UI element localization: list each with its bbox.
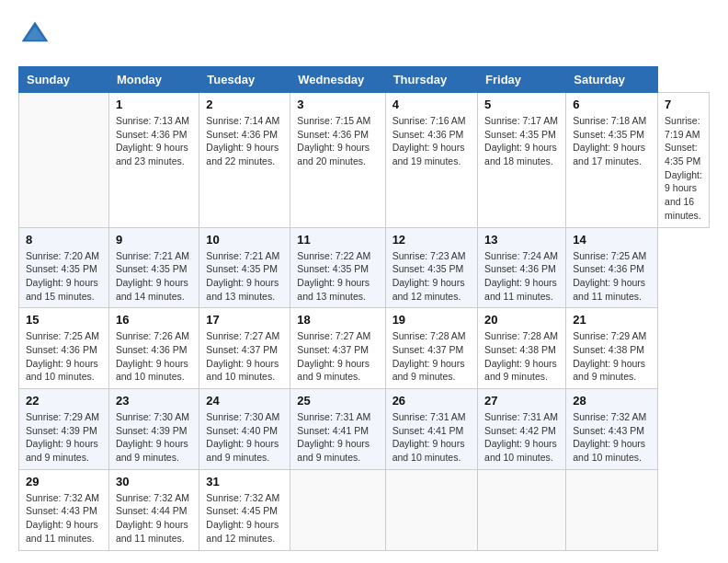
day-number: 1 — [116, 98, 192, 111]
calendar-cell: 10Sunrise: 7:21 AM Sunset: 4:35 PM Dayli… — [199, 227, 290, 308]
day-number: 20 — [484, 313, 559, 327]
calendar-cell: 7Sunrise: 7:19 AM Sunset: 4:35 PM Daylig… — [658, 93, 710, 228]
calendar-cell: 30Sunrise: 7:32 AM Sunset: 4:44 PM Dayli… — [108, 469, 199, 550]
day-info: Sunrise: 7:24 AM Sunset: 4:36 PM Dayligh… — [484, 249, 559, 304]
day-number: 13 — [484, 233, 559, 247]
day-info: Sunrise: 7:26 AM Sunset: 4:36 PM Dayligh… — [116, 329, 192, 384]
day-info: Sunrise: 7:21 AM Sunset: 4:35 PM Dayligh… — [206, 249, 283, 304]
day-number: 2 — [206, 98, 283, 111]
day-info: Sunrise: 7:15 AM Sunset: 4:36 PM Dayligh… — [297, 114, 378, 168]
day-number: 6 — [573, 98, 651, 111]
calendar-header-monday: Monday — [108, 67, 199, 93]
day-info: Sunrise: 7:18 AM Sunset: 4:35 PM Dayligh… — [573, 114, 651, 168]
day-info: Sunrise: 7:31 AM Sunset: 4:41 PM Dayligh… — [392, 410, 471, 465]
calendar-cell: 11Sunrise: 7:22 AM Sunset: 4:35 PM Dayli… — [290, 227, 385, 308]
calendar-week-row: 15Sunrise: 7:25 AM Sunset: 4:36 PM Dayli… — [19, 308, 710, 389]
day-info: Sunrise: 7:25 AM Sunset: 4:36 PM Dayligh… — [26, 329, 102, 384]
calendar-cell: 4Sunrise: 7:16 AM Sunset: 4:36 PM Daylig… — [385, 93, 477, 228]
day-number: 10 — [206, 233, 283, 247]
day-number: 8 — [26, 233, 102, 247]
calendar-cell — [385, 469, 477, 550]
logo-icon — [18, 18, 51, 52]
calendar-cell — [478, 469, 566, 550]
day-number: 12 — [392, 233, 471, 247]
calendar-cell: 12Sunrise: 7:23 AM Sunset: 4:35 PM Dayli… — [385, 227, 477, 308]
day-info: Sunrise: 7:22 AM Sunset: 4:35 PM Dayligh… — [297, 249, 378, 304]
day-number: 27 — [484, 394, 559, 408]
day-info: Sunrise: 7:28 AM Sunset: 4:38 PM Dayligh… — [484, 329, 559, 384]
page-header — [18, 18, 710, 52]
day-number: 4 — [392, 98, 471, 111]
day-info: Sunrise: 7:28 AM Sunset: 4:37 PM Dayligh… — [392, 329, 471, 384]
day-info: Sunrise: 7:14 AM Sunset: 4:36 PM Dayligh… — [206, 114, 283, 168]
calendar-cell: 26Sunrise: 7:31 AM Sunset: 4:41 PM Dayli… — [385, 389, 477, 470]
day-info: Sunrise: 7:31 AM Sunset: 4:42 PM Dayligh… — [484, 410, 559, 465]
calendar-cell: 28Sunrise: 7:32 AM Sunset: 4:43 PM Dayli… — [566, 389, 658, 470]
day-number: 22 — [26, 394, 102, 408]
day-info: Sunrise: 7:32 AM Sunset: 4:45 PM Dayligh… — [206, 491, 283, 546]
day-number: 19 — [392, 313, 471, 327]
calendar-cell — [290, 469, 385, 550]
day-number: 29 — [26, 475, 102, 488]
day-info: Sunrise: 7:32 AM Sunset: 4:44 PM Dayligh… — [116, 491, 192, 546]
day-number: 28 — [573, 394, 651, 408]
calendar-header-thursday: Thursday — [385, 67, 477, 93]
day-number: 15 — [26, 313, 102, 327]
day-number: 24 — [206, 394, 283, 408]
day-info: Sunrise: 7:27 AM Sunset: 4:37 PM Dayligh… — [297, 329, 378, 384]
calendar-cell: 1Sunrise: 7:13 AM Sunset: 4:36 PM Daylig… — [108, 93, 199, 228]
calendar-header-friday: Friday — [478, 67, 566, 93]
day-number: 7 — [665, 98, 702, 111]
calendar-cell: 9Sunrise: 7:21 AM Sunset: 4:35 PM Daylig… — [108, 227, 199, 308]
day-info: Sunrise: 7:17 AM Sunset: 4:35 PM Dayligh… — [484, 114, 559, 168]
day-info: Sunrise: 7:30 AM Sunset: 4:40 PM Dayligh… — [206, 410, 283, 465]
day-number: 3 — [297, 98, 378, 111]
day-info: Sunrise: 7:20 AM Sunset: 4:35 PM Dayligh… — [26, 249, 102, 304]
calendar-cell: 6Sunrise: 7:18 AM Sunset: 4:35 PM Daylig… — [566, 93, 658, 228]
calendar-cell: 15Sunrise: 7:25 AM Sunset: 4:36 PM Dayli… — [19, 308, 109, 389]
day-number: 31 — [206, 475, 283, 488]
calendar-cell: 17Sunrise: 7:27 AM Sunset: 4:37 PM Dayli… — [199, 308, 290, 389]
calendar-header-saturday: Saturday — [566, 67, 658, 93]
day-info: Sunrise: 7:29 AM Sunset: 4:38 PM Dayligh… — [573, 329, 651, 384]
day-info: Sunrise: 7:23 AM Sunset: 4:35 PM Dayligh… — [392, 249, 471, 304]
calendar-cell: 5Sunrise: 7:17 AM Sunset: 4:35 PM Daylig… — [478, 93, 566, 228]
calendar-cell: 21Sunrise: 7:29 AM Sunset: 4:38 PM Dayli… — [566, 308, 658, 389]
day-number: 18 — [297, 313, 378, 327]
day-info: Sunrise: 7:21 AM Sunset: 4:35 PM Dayligh… — [116, 249, 192, 304]
day-number: 21 — [573, 313, 651, 327]
calendar-cell: 18Sunrise: 7:27 AM Sunset: 4:37 PM Dayli… — [290, 308, 385, 389]
calendar-week-row: 29Sunrise: 7:32 AM Sunset: 4:43 PM Dayli… — [19, 469, 710, 550]
day-info: Sunrise: 7:29 AM Sunset: 4:39 PM Dayligh… — [26, 410, 102, 465]
calendar-cell: 22Sunrise: 7:29 AM Sunset: 4:39 PM Dayli… — [19, 389, 109, 470]
calendar-header-row: SundayMondayTuesdayWednesdayThursdayFrid… — [19, 67, 710, 93]
calendar-cell: 27Sunrise: 7:31 AM Sunset: 4:42 PM Dayli… — [478, 389, 566, 470]
day-info: Sunrise: 7:32 AM Sunset: 4:43 PM Dayligh… — [26, 491, 102, 546]
calendar-header-sunday: Sunday — [19, 67, 109, 93]
day-number: 25 — [297, 394, 378, 408]
day-info: Sunrise: 7:32 AM Sunset: 4:43 PM Dayligh… — [573, 410, 651, 465]
calendar-cell: 25Sunrise: 7:31 AM Sunset: 4:41 PM Dayli… — [290, 389, 385, 470]
calendar-header-wednesday: Wednesday — [290, 67, 385, 93]
day-info: Sunrise: 7:27 AM Sunset: 4:37 PM Dayligh… — [206, 329, 283, 384]
day-number: 11 — [297, 233, 378, 247]
calendar-week-row: 22Sunrise: 7:29 AM Sunset: 4:39 PM Dayli… — [19, 389, 710, 470]
calendar-cell: 19Sunrise: 7:28 AM Sunset: 4:37 PM Dayli… — [385, 308, 477, 389]
calendar-cell: 20Sunrise: 7:28 AM Sunset: 4:38 PM Dayli… — [478, 308, 566, 389]
calendar-cell: 2Sunrise: 7:14 AM Sunset: 4:36 PM Daylig… — [199, 93, 290, 228]
day-info: Sunrise: 7:31 AM Sunset: 4:41 PM Dayligh… — [297, 410, 378, 465]
calendar-table: SundayMondayTuesdayWednesdayThursdayFrid… — [18, 66, 710, 551]
calendar-cell: 3Sunrise: 7:15 AM Sunset: 4:36 PM Daylig… — [290, 93, 385, 228]
calendar-week-row: 1Sunrise: 7:13 AM Sunset: 4:36 PM Daylig… — [19, 93, 710, 228]
day-number: 16 — [116, 313, 192, 327]
calendar-cell: 8Sunrise: 7:20 AM Sunset: 4:35 PM Daylig… — [19, 227, 109, 308]
calendar-cell — [566, 469, 658, 550]
calendar-week-row: 8Sunrise: 7:20 AM Sunset: 4:35 PM Daylig… — [19, 227, 710, 308]
logo — [18, 18, 57, 52]
day-number: 5 — [484, 98, 559, 111]
calendar-cell: 31Sunrise: 7:32 AM Sunset: 4:45 PM Dayli… — [199, 469, 290, 550]
calendar-header-tuesday: Tuesday — [199, 67, 290, 93]
day-info: Sunrise: 7:19 AM Sunset: 4:35 PM Dayligh… — [665, 114, 702, 223]
calendar-cell: 29Sunrise: 7:32 AM Sunset: 4:43 PM Dayli… — [19, 469, 109, 550]
day-number: 14 — [573, 233, 651, 247]
